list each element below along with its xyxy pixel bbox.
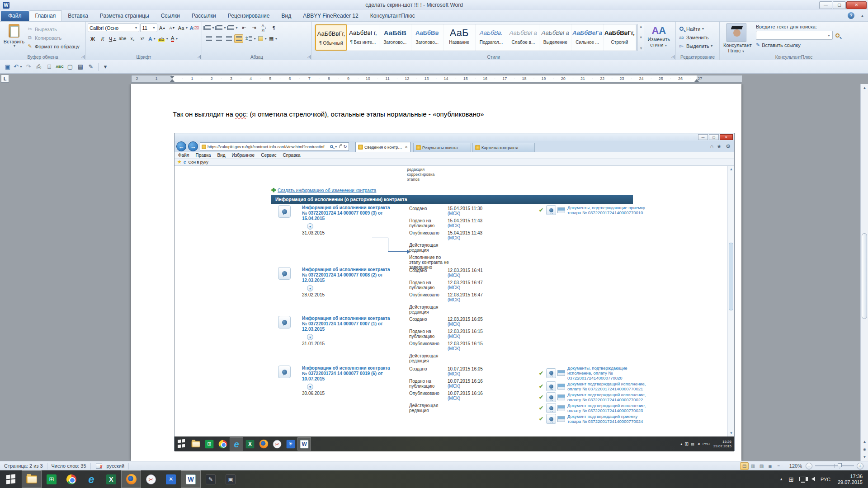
style-emphasis[interactable]: АаБбВвГаВыделение — [539, 24, 571, 51]
screenshot-taskbar-sun-icon[interactable] — [284, 437, 297, 450]
ie-menu-item[interactable]: Вид — [217, 153, 225, 158]
zoom-in-button[interactable]: + — [857, 463, 863, 469]
select-button[interactable]: ▻Выделить▼ — [678, 42, 717, 50]
ribbon-tab-mailings[interactable]: Рассылки — [186, 11, 222, 21]
taskbar-sun-icon[interactable] — [161, 470, 181, 488]
contract-badge-icon[interactable] — [278, 205, 291, 218]
qat-save-button[interactable]: ▣ — [3, 62, 13, 72]
volume-icon[interactable] — [811, 477, 815, 482]
zoom-slider-thumb[interactable] — [838, 463, 842, 469]
document-link[interactable]: Документ подтверждащий приемку товара № … — [567, 414, 646, 424]
font-dialog-launcher[interactable]: ◿ — [197, 55, 201, 59]
keyboard-language[interactable]: РУС — [821, 477, 830, 482]
taskbar-excel-icon[interactable] — [101, 470, 121, 488]
taskbar-firefox-icon[interactable] — [121, 470, 141, 488]
replace-button[interactable]: abЗаменить — [678, 33, 717, 42]
document-badge-icon[interactable] — [546, 381, 556, 391]
consultant-plus-button[interactable]: Консультант Плюс▼ — [723, 23, 750, 52]
first-line-indent-marker[interactable] — [170, 76, 175, 79]
address-dropdown-icon[interactable]: ▼ — [335, 145, 338, 148]
horizontal-ruler[interactable]: 211·2·3·4·5·6·7·8·9·10·11·12·13·14·15·16… — [131, 75, 741, 83]
clock[interactable]: 17:36 29.07.2015 — [838, 474, 863, 485]
ie-scroll-thumb[interactable] — [729, 243, 733, 310]
screenshot-taskbar-snip-icon[interactable] — [270, 437, 284, 450]
ribbon-tab-consultantplus[interactable]: КонсультантПлюс — [364, 11, 421, 21]
browse-object-icon[interactable]: ◉ — [861, 446, 868, 453]
print-layout-view-button[interactable]: ▤ — [740, 462, 749, 470]
contract-badge-icon[interactable] — [278, 267, 291, 280]
favorites-star-icon[interactable]: ★ — [177, 159, 182, 165]
back-icon[interactable]: ← — [176, 141, 186, 151]
find-button[interactable]: Найти▼ — [678, 24, 717, 33]
screenshot-tray-expand-icon[interactable]: ▴ — [680, 442, 682, 446]
page-indicator[interactable]: Страница: 2 из 3 — [0, 463, 47, 469]
ie-close-button[interactable]: ✕ — [720, 134, 733, 140]
screenshot-taskbar-explorer-icon[interactable] — [189, 437, 203, 450]
qat-new-document-button[interactable]: ▢ — [65, 62, 75, 72]
change-styles-button[interactable]: АА Изменить стили▼ — [645, 25, 673, 51]
scroll-thumb[interactable] — [862, 233, 867, 319]
taskbar-snip-icon[interactable] — [141, 470, 161, 488]
style-strong-emphasis[interactable]: АаБбВеГаСильное ... — [571, 24, 604, 51]
contract-info-link[interactable]: Информация об исполнении контракта № 037… — [302, 366, 395, 382]
style-title[interactable]: АаБНазвание — [443, 24, 476, 51]
expand-stage-icon[interactable]: ▼ — [307, 334, 313, 340]
favorite-link[interactable]: Сон в руку — [188, 160, 208, 164]
ie-scrollbar[interactable]: ▲ ▼ — [727, 166, 734, 436]
outline-view-button[interactable]: ≣ — [766, 462, 774, 470]
previous-page-icon[interactable]: ▲ — [861, 438, 868, 446]
start-button[interactable] — [175, 437, 189, 450]
help-icon[interactable]: ? — [848, 12, 854, 19]
multilevel-list-button[interactable]: ▼ — [228, 23, 239, 32]
taskbar-ie-icon[interactable] — [81, 470, 101, 488]
full-screen-reading-button[interactable]: ▥ — [749, 462, 757, 470]
tab-close-icon[interactable]: ✕ — [405, 145, 408, 149]
ie-favorites-icon[interactable]: ★ — [717, 143, 722, 150]
contract-info-link[interactable]: Информация об исполнении контракта № 037… — [302, 267, 395, 283]
screenshot-taskbar-excel-icon[interactable] — [243, 437, 257, 450]
increase-indent-button[interactable]: ⇥ — [250, 23, 259, 32]
document-badge-icon[interactable] — [546, 403, 556, 413]
action-center-icon[interactable]: ⊞ — [788, 476, 794, 483]
italic-button[interactable]: К — [98, 34, 107, 43]
ribbon-tab-abbyy-finereader[interactable]: ABBYY FineReader 12 — [297, 11, 364, 21]
screenshot-clock[interactable]: 15:2629.07.2015 — [713, 440, 731, 449]
close-button[interactable]: ✕ — [846, 1, 867, 9]
insert-link-button[interactable]: ✎Вставить ссылку — [756, 42, 840, 48]
ie-menu-item[interactable]: Правка — [196, 153, 211, 158]
ie-menu-item[interactable]: Избранное — [231, 153, 255, 158]
zoom-level[interactable]: 120% — [789, 463, 802, 469]
address-search-icon[interactable] — [330, 145, 333, 148]
expand-stage-icon[interactable]: ▼ — [307, 223, 313, 230]
document-image-icon[interactable] — [557, 207, 565, 213]
word-count[interactable]: Число слов: 35 — [47, 463, 91, 469]
document-link[interactable]: Документ подтверждащий исполнение, оплат… — [567, 403, 646, 413]
qat-undo-button[interactable]: ↶▼ — [13, 62, 23, 72]
ribbon-tab-view[interactable]: Вид — [275, 11, 297, 21]
document-image-icon[interactable] — [557, 384, 565, 389]
font-size-combo[interactable]: 11▼ — [140, 23, 157, 32]
document-badge-icon[interactable] — [546, 414, 556, 424]
scroll-up-icon[interactable]: ▲ — [861, 84, 868, 92]
expand-stage-icon[interactable]: ▼ — [307, 285, 313, 291]
qat-open-button[interactable]: ▤ — [75, 62, 85, 72]
document-link[interactable]: Документ подтверждащий исполнение, оплат… — [567, 392, 646, 402]
forward-icon[interactable]: → — [188, 141, 198, 151]
qat-print-preview-button[interactable]: ⌹ — [44, 62, 54, 72]
shrink-font-button[interactable]: А▼ — [168, 23, 177, 32]
document-badge-icon[interactable] — [546, 205, 556, 215]
contract-info-link[interactable]: Информация об исполнении контракта № 037… — [302, 316, 395, 332]
style-heading1[interactable]: АаБбВЗаголово... — [379, 24, 411, 51]
style-strict[interactable]: АаБбВвГг,Строгий — [604, 24, 636, 51]
align-right-button[interactable] — [224, 34, 233, 43]
qat-customize-button[interactable]: ▾ — [100, 62, 110, 72]
subscript-button[interactable]: х₂ — [128, 34, 137, 43]
font-family-combo[interactable]: Calibri (Осно▼ — [88, 23, 139, 32]
paragraph-dialog-launcher[interactable]: ◿ — [307, 55, 311, 59]
text-effects-button[interactable]: А▼ — [148, 34, 157, 43]
screenshot-action-center-icon[interactable]: ⊞ — [684, 441, 689, 447]
contract-badge-icon[interactable] — [278, 316, 291, 328]
decrease-indent-button[interactable]: ⇤ — [240, 23, 249, 32]
ie-tab-contract-info[interactable]: Сведения о контракте✕ — [355, 142, 410, 152]
tab-stop-selector[interactable]: L — [1, 75, 9, 83]
